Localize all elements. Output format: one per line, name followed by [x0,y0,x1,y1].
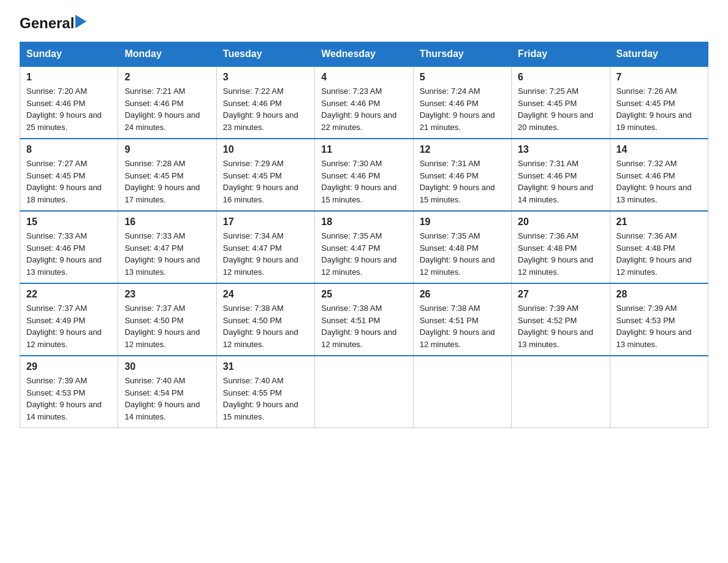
calendar-week-3: 15Sunrise: 7:33 AMSunset: 4:46 PMDayligh… [20,211,708,283]
weekday-header-row: SundayMondayTuesdayWednesdayThursdayFrid… [20,42,708,67]
day-info: Sunrise: 7:37 AMSunset: 4:50 PMDaylight:… [124,302,210,350]
day-info: Sunrise: 7:22 AMSunset: 4:46 PMDaylight:… [223,85,308,133]
calendar-day-11: 11Sunrise: 7:30 AMSunset: 4:46 PMDayligh… [315,139,413,211]
calendar-day-19: 19Sunrise: 7:35 AMSunset: 4:48 PMDayligh… [413,211,511,283]
day-number: 11 [321,144,406,155]
weekday-header-saturday: Saturday [610,42,708,67]
day-info: Sunrise: 7:35 AMSunset: 4:47 PMDaylight:… [321,230,406,278]
calendar-day-16: 16Sunrise: 7:33 AMSunset: 4:47 PMDayligh… [118,211,216,283]
day-number: 23 [124,289,210,300]
day-info: Sunrise: 7:38 AMSunset: 4:50 PMDaylight:… [223,302,308,350]
calendar-day-empty [512,356,610,428]
calendar-day-1: 1Sunrise: 7:20 AMSunset: 4:46 PMDaylight… [20,66,118,139]
calendar-day-5: 5Sunrise: 7:24 AMSunset: 4:46 PMDaylight… [413,66,511,139]
logo-general-text: General [20,15,74,32]
calendar-day-15: 15Sunrise: 7:33 AMSunset: 4:46 PMDayligh… [20,211,118,283]
calendar-week-4: 22Sunrise: 7:37 AMSunset: 4:49 PMDayligh… [20,283,708,356]
day-number: 18 [321,216,406,228]
day-number: 19 [420,216,505,228]
day-info: Sunrise: 7:21 AMSunset: 4:46 PMDaylight:… [124,85,210,133]
calendar-day-12: 12Sunrise: 7:31 AMSunset: 4:46 PMDayligh… [413,139,511,211]
calendar-day-10: 10Sunrise: 7:29 AMSunset: 4:45 PMDayligh… [216,139,314,211]
calendar-day-25: 25Sunrise: 7:38 AMSunset: 4:51 PMDayligh… [315,283,413,356]
day-info: Sunrise: 7:39 AMSunset: 4:52 PMDaylight:… [518,302,603,350]
day-info: Sunrise: 7:40 AMSunset: 4:55 PMDaylight:… [223,375,308,423]
calendar-day-18: 18Sunrise: 7:35 AMSunset: 4:47 PMDayligh… [315,211,413,283]
day-number: 9 [124,144,210,155]
day-info: Sunrise: 7:39 AMSunset: 4:53 PMDaylight:… [616,302,702,350]
calendar-day-20: 20Sunrise: 7:36 AMSunset: 4:48 PMDayligh… [512,211,610,283]
weekday-header-friday: Friday [512,42,610,67]
calendar-day-31: 31Sunrise: 7:40 AMSunset: 4:55 PMDayligh… [216,356,314,428]
header: General [20,15,708,32]
calendar-day-13: 13Sunrise: 7:31 AMSunset: 4:46 PMDayligh… [512,139,610,211]
day-info: Sunrise: 7:27 AMSunset: 4:45 PMDaylight:… [26,158,112,205]
day-number: 15 [26,216,112,228]
calendar-day-7: 7Sunrise: 7:26 AMSunset: 4:45 PMDaylight… [610,66,708,139]
calendar-week-2: 8Sunrise: 7:27 AMSunset: 4:45 PMDaylight… [20,139,708,211]
calendar-day-2: 2Sunrise: 7:21 AMSunset: 4:46 PMDaylight… [118,66,216,139]
weekday-header-monday: Monday [118,42,216,67]
day-info: Sunrise: 7:24 AMSunset: 4:46 PMDaylight:… [420,85,505,133]
day-info: Sunrise: 7:20 AMSunset: 4:46 PMDaylight:… [26,85,112,133]
day-number: 7 [616,72,702,83]
logo-arrow-icon [75,15,86,31]
day-number: 30 [124,361,210,372]
calendar-day-4: 4Sunrise: 7:23 AMSunset: 4:46 PMDaylight… [315,66,413,139]
day-info: Sunrise: 7:36 AMSunset: 4:48 PMDaylight:… [616,230,702,278]
day-number: 5 [420,72,505,83]
weekday-header-wednesday: Wednesday [315,42,413,67]
calendar-day-21: 21Sunrise: 7:36 AMSunset: 4:48 PMDayligh… [610,211,708,283]
calendar-day-empty [413,356,511,428]
day-number: 21 [616,216,702,228]
calendar-day-29: 29Sunrise: 7:39 AMSunset: 4:53 PMDayligh… [20,356,118,428]
calendar-day-14: 14Sunrise: 7:32 AMSunset: 4:46 PMDayligh… [610,139,708,211]
weekday-header-tuesday: Tuesday [216,42,314,67]
day-number: 14 [616,144,702,155]
day-number: 24 [223,289,308,300]
day-info: Sunrise: 7:31 AMSunset: 4:46 PMDaylight:… [420,158,505,205]
day-info: Sunrise: 7:37 AMSunset: 4:49 PMDaylight:… [26,302,112,350]
day-info: Sunrise: 7:29 AMSunset: 4:45 PMDaylight:… [223,158,308,205]
day-number: 31 [223,361,308,372]
weekday-header-thursday: Thursday [413,42,511,67]
day-number: 3 [223,72,308,83]
day-info: Sunrise: 7:23 AMSunset: 4:46 PMDaylight:… [321,85,406,133]
day-info: Sunrise: 7:25 AMSunset: 4:45 PMDaylight:… [518,85,603,133]
day-info: Sunrise: 7:26 AMSunset: 4:45 PMDaylight:… [616,85,702,133]
day-number: 12 [420,144,505,155]
day-info: Sunrise: 7:33 AMSunset: 4:47 PMDaylight:… [124,230,210,278]
day-number: 4 [321,72,406,83]
svg-marker-0 [75,15,86,28]
day-info: Sunrise: 7:40 AMSunset: 4:54 PMDaylight:… [124,375,210,423]
day-info: Sunrise: 7:33 AMSunset: 4:46 PMDaylight:… [26,230,112,278]
day-info: Sunrise: 7:34 AMSunset: 4:47 PMDaylight:… [223,230,308,278]
day-number: 22 [26,289,112,300]
day-number: 26 [420,289,505,300]
calendar-day-8: 8Sunrise: 7:27 AMSunset: 4:45 PMDaylight… [20,139,118,211]
day-number: 25 [321,289,406,300]
weekday-header-sunday: Sunday [20,42,118,67]
day-number: 13 [518,144,603,155]
day-info: Sunrise: 7:38 AMSunset: 4:51 PMDaylight:… [321,302,406,350]
calendar: SundayMondayTuesdayWednesdayThursdayFrid… [20,42,708,428]
day-info: Sunrise: 7:38 AMSunset: 4:51 PMDaylight:… [420,302,505,350]
day-info: Sunrise: 7:39 AMSunset: 4:53 PMDaylight:… [26,375,112,423]
calendar-day-24: 24Sunrise: 7:38 AMSunset: 4:50 PMDayligh… [216,283,314,356]
day-number: 6 [518,72,603,83]
day-info: Sunrise: 7:31 AMSunset: 4:46 PMDaylight:… [518,158,603,205]
day-number: 2 [124,72,210,83]
day-number: 20 [518,216,603,228]
day-info: Sunrise: 7:35 AMSunset: 4:48 PMDaylight:… [420,230,505,278]
calendar-day-3: 3Sunrise: 7:22 AMSunset: 4:46 PMDaylight… [216,66,314,139]
logo: General [20,15,86,32]
day-number: 29 [26,361,112,372]
calendar-week-5: 29Sunrise: 7:39 AMSunset: 4:53 PMDayligh… [20,356,708,428]
calendar-day-23: 23Sunrise: 7:37 AMSunset: 4:50 PMDayligh… [118,283,216,356]
calendar-day-27: 27Sunrise: 7:39 AMSunset: 4:52 PMDayligh… [512,283,610,356]
day-number: 16 [124,216,210,228]
day-info: Sunrise: 7:30 AMSunset: 4:46 PMDaylight:… [321,158,406,205]
day-info: Sunrise: 7:36 AMSunset: 4:48 PMDaylight:… [518,230,603,278]
calendar-day-22: 22Sunrise: 7:37 AMSunset: 4:49 PMDayligh… [20,283,118,356]
calendar-day-6: 6Sunrise: 7:25 AMSunset: 4:45 PMDaylight… [512,66,610,139]
